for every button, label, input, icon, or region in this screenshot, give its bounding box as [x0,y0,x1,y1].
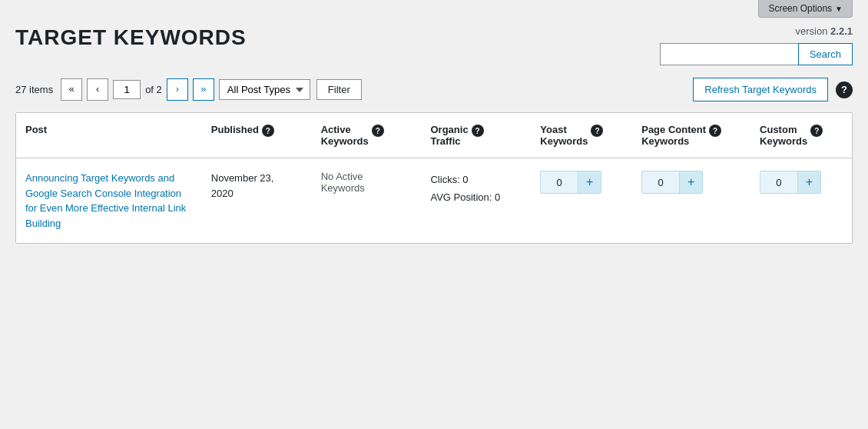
page-content-help-icon[interactable]: ? [709,125,721,137]
post-cell: Announcing Target Keywords and Google Se… [16,158,202,244]
published-date: November 23,2020 [211,172,274,199]
toolbar-row: 27 items « ‹ of 2 › » All Post Types Fil… [15,78,853,101]
page-content-count-value: 0 [642,172,679,193]
yoast-count-value: 0 [541,172,578,193]
col-yoast-label: YoastKeywords [540,124,588,147]
first-page-button[interactable]: « [61,78,82,100]
custom-count-cell: 0 + [750,158,852,244]
prev-page-button[interactable]: ‹ [87,78,108,100]
col-header-yoast-keywords: YoastKeywords ? [531,113,632,158]
col-header-active-keywords: ActiveKeywords ? [312,113,422,158]
clicks-value: Clicks: 0 [430,171,522,188]
col-header-post: Post [16,113,202,158]
pagination-area: 27 items « ‹ of 2 › » All Post Types Fil… [15,78,362,100]
page-title: TARGET KEYWORDS [15,25,247,50]
yoast-counter: 0 + [540,171,601,194]
custom-add-button[interactable]: + [797,171,820,193]
avg-position-value: AVG Position: 0 [430,188,522,206]
col-organic-label: OrganicTraffic [430,124,468,147]
screen-options-label: Screen Options [768,3,832,14]
yoast-keywords-help-icon[interactable]: ? [591,125,603,137]
published-help-icon[interactable]: ? [262,125,274,137]
toolbar-right: Refresh Target Keywords ? [693,78,853,101]
filter-area: All Post Types Filter [219,79,362,100]
screen-options-arrow-icon: ▼ [835,5,843,13]
table-container: Post Published ? ActiveKeywords ? [15,112,853,244]
col-post-label: Post [25,124,47,135]
table-body: Announcing Target Keywords and Google Se… [16,158,852,244]
col-custom-label: CustomKeywords [760,124,807,147]
items-count: 27 items [15,84,53,95]
post-type-select[interactable]: All Post Types [219,79,310,100]
filter-button[interactable]: Filter [316,79,362,100]
no-active-keywords: No ActiveKeywords [321,171,365,194]
col-published-label: Published [211,124,259,135]
version-prefix: version [796,25,828,37]
table-header-row: Post Published ? ActiveKeywords ? [16,113,852,158]
search-button[interactable]: Search [798,43,853,65]
version-text: version 2.2.1 [660,25,853,37]
screen-options-button[interactable]: Screen Options ▼ [758,0,853,18]
post-link[interactable]: Announcing Target Keywords and Google Se… [25,171,193,231]
col-page-label: Page ContentKeywords [641,124,706,147]
yoast-count-cell: 0 + [531,158,632,244]
yoast-add-button[interactable]: + [578,171,601,193]
next-page-button[interactable]: › [167,78,188,100]
search-row: Search [660,43,853,65]
header-row: TARGET KEYWORDS version 2.2.1 Search [15,25,853,65]
version-number: 2.2.1 [830,25,853,37]
page-number-input[interactable] [113,80,141,99]
page-content-count-cell: 0 + [632,158,750,244]
organic-traffic-cell: Clicks: 0 AVG Position: 0 [421,158,531,244]
col-header-organic-traffic: OrganicTraffic ? [421,113,531,158]
published-cell: November 23,2020 [202,158,312,244]
organic-traffic-help-icon[interactable]: ? [472,125,484,137]
col-header-page-content: Page ContentKeywords ? [632,113,750,158]
col-active-label: ActiveKeywords [321,124,369,147]
custom-counter: 0 + [760,171,821,194]
main-content: TARGET KEYWORDS version 2.2.1 Search 27 … [0,18,868,259]
refresh-target-keywords-button[interactable]: Refresh Target Keywords [693,78,828,101]
page-content-add-button[interactable]: + [679,171,702,193]
toolbar-help-icon[interactable]: ? [836,81,853,98]
search-input[interactable] [660,43,798,65]
last-page-button[interactable]: » [193,78,214,100]
of-text: of 2 [145,84,162,95]
page-content-counter: 0 + [641,171,703,194]
screen-options-bar: Screen Options ▼ [0,0,868,18]
table-row: Announcing Target Keywords and Google Se… [16,158,852,244]
active-keywords-help-icon[interactable]: ? [372,125,384,137]
col-header-custom-keywords: CustomKeywords ? [750,113,852,158]
col-header-published: Published ? [202,113,312,158]
keywords-table: Post Published ? ActiveKeywords ? [16,113,852,243]
header-right: version 2.2.1 Search [660,25,853,65]
active-keywords-cell: No ActiveKeywords [312,158,422,244]
custom-count-value: 0 [760,172,797,193]
custom-keywords-help-icon[interactable]: ? [810,125,823,137]
